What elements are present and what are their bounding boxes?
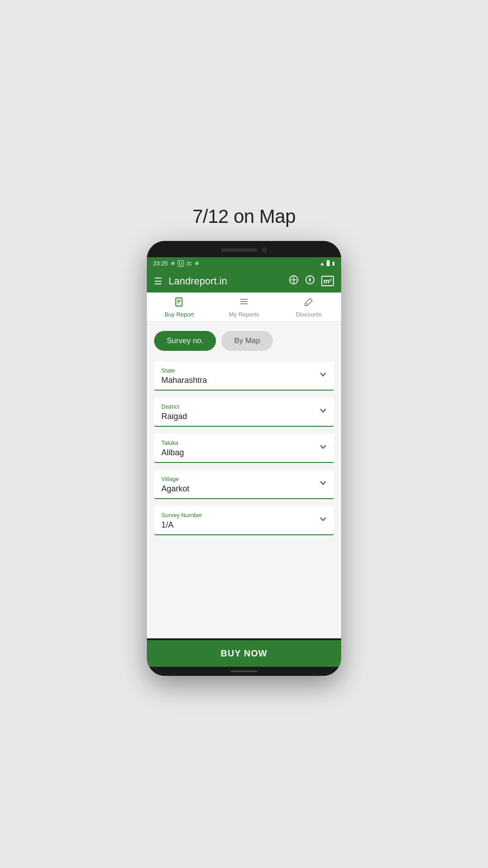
survey-number-field[interactable]: Survey Number 1/A — [154, 506, 334, 535]
survey-number-label: Survey Number — [161, 512, 327, 519]
svg-rect-4 — [176, 298, 182, 306]
measure-icon[interactable] — [289, 275, 299, 287]
taluka-chevron — [319, 443, 327, 453]
status-bar: 23:25 ⊕ U 31 ⊕ ▲ ▊ ▮ — [147, 257, 341, 269]
map-icon[interactable]: m² — [321, 276, 334, 286]
hamburger-menu[interactable]: ☰ — [154, 276, 162, 287]
village-field[interactable]: Village Agarkot — [154, 470, 334, 499]
svg-point-11 — [306, 303, 308, 305]
tab-buy-report[interactable]: Buy Report — [147, 292, 211, 321]
taluka-value: Alibag — [161, 448, 327, 458]
tab-my-reports-label: My Reports — [229, 311, 259, 318]
status-left: 23:25 ⊕ U 31 ⊕ — [153, 260, 199, 267]
header-left: ☰ Landreport.in — [154, 275, 227, 287]
tab-discounts-label: Discounts — [296, 311, 322, 318]
wifi-icon: ▲ — [319, 260, 325, 267]
buy-report-icon — [174, 297, 184, 309]
header-icons: m² — [289, 275, 334, 287]
district-field[interactable]: District Raigad — [154, 398, 334, 427]
by-map-button[interactable]: By Map — [221, 331, 273, 351]
buy-now-button[interactable]: BUY NOW — [147, 640, 341, 667]
state-chevron — [319, 371, 327, 381]
notification-icon: ⊕ — [171, 260, 175, 266]
tab-buy-report-label: Buy Report — [164, 311, 194, 318]
survey-number-value: 1/A — [161, 520, 327, 530]
state-value: Maharashtra — [161, 376, 327, 385]
battery-icon: ▮ — [332, 260, 335, 266]
phone-camera — [262, 247, 267, 253]
tab-bar: Buy Report My Reports — [147, 292, 341, 322]
taluka-field[interactable]: Taluka Alibag — [154, 434, 334, 463]
signal-icon: ▊ — [327, 260, 330, 266]
app-header: ☰ Landreport.in — [147, 269, 341, 292]
district-value: Raigad — [161, 412, 327, 421]
state-label: State — [161, 367, 327, 374]
village-value: Agarkot — [161, 484, 327, 494]
compass-icon[interactable] — [305, 275, 315, 287]
district-label: District — [161, 403, 327, 410]
tab-discounts[interactable]: Discounts — [277, 292, 341, 321]
phone-frame: 23:25 ⊕ U 31 ⊕ ▲ ▊ ▮ ☰ Landreport.in — [147, 241, 341, 676]
village-chevron — [319, 480, 327, 489]
taluka-label: Taluka — [161, 439, 327, 446]
state-field[interactable]: State Maharashtra — [154, 362, 334, 391]
survey-number-chevron — [319, 516, 327, 525]
my-reports-icon — [239, 297, 249, 309]
discounts-icon — [304, 297, 314, 309]
w-icon: ⊕ — [195, 260, 199, 266]
phone-top-bar — [147, 241, 341, 257]
village-label: Village — [161, 476, 327, 482]
district-chevron — [319, 407, 327, 417]
main-content: Survey no. By Map State Maharashtra Dist… — [147, 322, 341, 638]
phone-speaker — [221, 248, 257, 252]
page-title: 7/12 on Map — [192, 206, 296, 227]
status-right: ▲ ▊ ▮ — [319, 260, 335, 267]
survey-no-button[interactable]: Survey no. — [154, 331, 216, 351]
app-title: Landreport.in — [169, 275, 227, 287]
u-icon: U — [178, 260, 184, 267]
phone-bottom-bar — [147, 667, 341, 676]
tab-my-reports[interactable]: My Reports — [211, 292, 276, 321]
time-display: 23:25 — [153, 260, 168, 267]
home-indicator — [230, 670, 258, 672]
toggle-row: Survey no. By Map — [154, 331, 334, 351]
calendar-icon: 31 — [187, 261, 192, 266]
